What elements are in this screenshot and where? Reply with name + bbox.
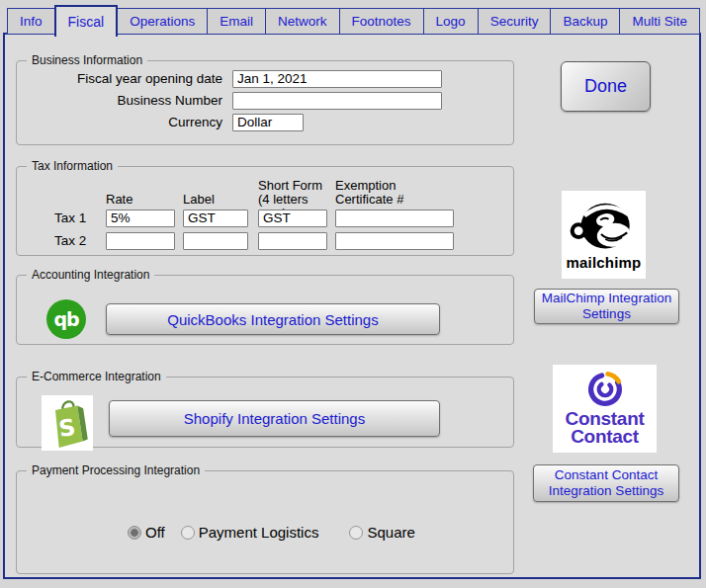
tax-information-group: Tax Information Short Form Exemption Rat…	[16, 159, 514, 256]
payment-processor-radio-group: Off Payment Logistics Square	[128, 524, 415, 541]
tax1-rate-input[interactable]	[106, 210, 175, 227]
exemption-header-line1: Exemption	[335, 179, 460, 193]
currency-input[interactable]	[232, 114, 304, 131]
tab-network[interactable]: Network	[265, 8, 340, 35]
constant-contact-mark-icon	[582, 365, 628, 410]
tax2-row-label: Tax 2	[54, 229, 106, 252]
done-button[interactable]: Done	[561, 61, 651, 112]
business-information-group: Business Information Fiscal year opening…	[16, 53, 514, 145]
ecommerce-integration-group: E-Commerce Integration S Shopify Integra…	[16, 370, 514, 448]
tax1-short-form-input[interactable]	[258, 210, 327, 227]
mailchimp-logo: mailchimp	[562, 191, 646, 279]
tab-backup[interactable]: Backup	[550, 8, 620, 35]
short-form-header-line1: Short Form	[258, 179, 335, 193]
radio-square-icon[interactable]	[349, 526, 363, 540]
currency-row: Currency	[17, 112, 513, 132]
fiscal-year-opening-date-label: Fiscal year opening date	[17, 71, 232, 86]
svg-text:qb: qb	[53, 308, 79, 330]
short-form-header: (4 letters max)	[258, 193, 335, 207]
payment-processing-integration-group: Payment Processing Integration Off Payme…	[16, 463, 514, 574]
radio-option-off[interactable]: Off	[128, 524, 165, 541]
accounting-integration-legend: Accounting Integration	[27, 268, 154, 282]
tax-table: Short Form Exemption Rate Label (4 lette…	[54, 179, 460, 252]
tax1-exemption-certificate-input[interactable]	[335, 210, 454, 227]
radio-option-payment-logistics[interactable]: Payment Logistics	[181, 524, 319, 541]
radio-payment-logistics-icon[interactable]	[181, 526, 195, 540]
radio-square-label: Square	[367, 524, 414, 541]
quickbooks-icon: qb	[46, 299, 86, 339]
shopify-integration-settings-button[interactable]: Shopify Integration Settings	[109, 400, 440, 437]
ecommerce-integration-legend: E-Commerce Integration	[27, 370, 166, 383]
constant-contact-wordmark-line2: Contact	[571, 428, 639, 446]
rate-header: Rate	[106, 193, 183, 207]
fiscal-year-row: Fiscal year opening date	[17, 68, 513, 89]
business-number-input[interactable]	[232, 92, 442, 110]
tab-logo[interactable]: Logo	[423, 8, 479, 35]
tab-info[interactable]: Info	[7, 8, 55, 35]
mailchimp-wordmark: mailchimp	[567, 254, 642, 271]
shopify-icon: S	[42, 395, 93, 451]
accounting-integration-group: Accounting Integration qb QuickBooks Int…	[16, 268, 514, 345]
exemption-header: Certificate #	[335, 193, 460, 207]
tax1-label-input[interactable]	[183, 210, 248, 227]
radio-payment-logistics-label: Payment Logistics	[199, 524, 319, 541]
currency-label: Currency	[17, 115, 232, 129]
tax2-short-form-input[interactable]	[258, 232, 327, 250]
constant-contact-integration-settings-button[interactable]: Constant Contact Integration Settings	[533, 464, 679, 502]
tax-information-legend: Tax Information	[27, 159, 118, 173]
fiscal-tab-panel: Business Information Fiscal year opening…	[3, 33, 701, 579]
tab-security[interactable]: Security	[478, 8, 552, 35]
tab-footnotes[interactable]: Footnotes	[339, 8, 424, 35]
business-number-label: Business Number	[17, 93, 232, 108]
business-number-row: Business Number	[17, 90, 513, 111]
tab-email[interactable]: Email	[207, 8, 266, 35]
fiscal-year-opening-date-input[interactable]	[232, 70, 442, 88]
label-header-line1	[183, 179, 258, 193]
label-header: Label	[183, 193, 258, 207]
tab-fiscal[interactable]: Fiscal	[54, 5, 119, 37]
tab-operations[interactable]: Operations	[117, 8, 208, 35]
constant-contact-logo: Constant Contact	[553, 365, 657, 453]
quickbooks-integration-settings-button[interactable]: QuickBooks Integration Settings	[106, 303, 440, 335]
settings-tab-bar: Info Fiscal Operations Email Network Foo…	[8, 5, 700, 35]
mailchimp-freddie-icon	[562, 191, 646, 256]
tax2-label-input[interactable]	[183, 232, 248, 250]
tax2-exemption-certificate-input[interactable]	[335, 232, 454, 250]
tax1-row-label: Tax 1	[54, 207, 106, 229]
tax2-rate-input[interactable]	[106, 232, 175, 250]
radio-off-label: Off	[145, 524, 165, 541]
radio-option-square[interactable]: Square	[349, 524, 414, 541]
radio-off-icon[interactable]	[128, 526, 141, 540]
payment-processing-integration-legend: Payment Processing Integration	[27, 463, 205, 477]
tab-multi-site[interactable]: Multi Site	[619, 8, 700, 35]
business-information-legend: Business Information	[27, 53, 147, 67]
rate-header-line1	[106, 179, 183, 193]
mailchimp-integration-settings-button[interactable]: MailChimp Integration Settings	[534, 289, 679, 324]
